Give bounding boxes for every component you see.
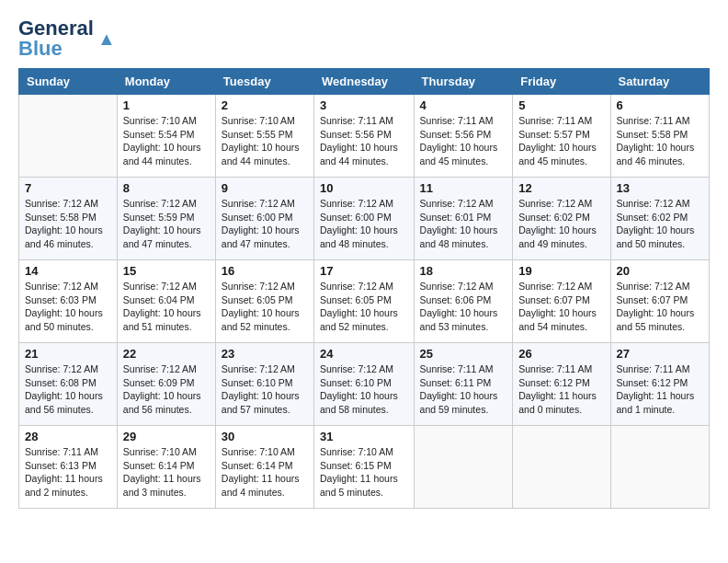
day-info: Sunrise: 7:12 AM Sunset: 5:59 PM Dayligh… bbox=[123, 197, 210, 251]
day-info: Sunrise: 7:12 AM Sunset: 6:02 PM Dayligh… bbox=[518, 197, 604, 251]
day-info: Sunrise: 7:11 AM Sunset: 5:56 PM Dayligh… bbox=[420, 114, 507, 168]
day-info: Sunrise: 7:12 AM Sunset: 6:04 PM Dayligh… bbox=[123, 280, 210, 334]
calendar-header-row: SundayMondayTuesdayWednesdayThursdayFrid… bbox=[19, 69, 710, 95]
day-info: Sunrise: 7:10 AM Sunset: 6:15 PM Dayligh… bbox=[320, 445, 408, 500]
day-number: 8 bbox=[123, 181, 210, 195]
day-info: Sunrise: 7:12 AM Sunset: 6:03 PM Dayligh… bbox=[25, 280, 111, 334]
calendar-cell: 16Sunrise: 7:12 AM Sunset: 6:05 PM Dayli… bbox=[215, 260, 313, 343]
page-header: GeneralBlue ▲ bbox=[18, 18, 710, 59]
calendar-table: SundayMondayTuesdayWednesdayThursdayFrid… bbox=[18, 68, 710, 509]
day-info: Sunrise: 7:12 AM Sunset: 6:07 PM Dayligh… bbox=[617, 280, 703, 334]
day-info: Sunrise: 7:12 AM Sunset: 6:09 PM Dayligh… bbox=[123, 362, 210, 417]
day-number: 19 bbox=[518, 264, 604, 278]
day-info: Sunrise: 7:10 AM Sunset: 6:14 PM Dayligh… bbox=[123, 445, 210, 500]
calendar-cell: 28Sunrise: 7:11 AM Sunset: 6:13 PM Dayli… bbox=[19, 426, 118, 509]
calendar-cell: 23Sunrise: 7:12 AM Sunset: 6:10 PM Dayli… bbox=[215, 343, 313, 426]
day-number: 28 bbox=[25, 430, 111, 443]
calendar-cell: 17Sunrise: 7:12 AM Sunset: 6:05 PM Dayli… bbox=[314, 260, 415, 343]
day-number: 15 bbox=[123, 264, 210, 278]
day-number: 7 bbox=[25, 181, 111, 195]
day-info: Sunrise: 7:11 AM Sunset: 6:12 PM Dayligh… bbox=[518, 362, 604, 417]
day-info: Sunrise: 7:11 AM Sunset: 6:11 PM Dayligh… bbox=[420, 362, 507, 417]
day-info: Sunrise: 7:11 AM Sunset: 6:12 PM Dayligh… bbox=[617, 362, 703, 417]
day-info: Sunrise: 7:11 AM Sunset: 5:56 PM Dayligh… bbox=[320, 114, 408, 168]
calendar-cell: 19Sunrise: 7:12 AM Sunset: 6:07 PM Dayli… bbox=[513, 260, 610, 343]
day-info: Sunrise: 7:12 AM Sunset: 6:00 PM Dayligh… bbox=[320, 197, 408, 251]
day-number: 18 bbox=[420, 264, 507, 278]
calendar-cell: 1Sunrise: 7:10 AM Sunset: 5:54 PM Daylig… bbox=[117, 95, 215, 178]
logo-text: GeneralBlue bbox=[18, 18, 94, 59]
calendar-cell: 14Sunrise: 7:12 AM Sunset: 6:03 PM Dayli… bbox=[19, 260, 118, 343]
calendar-week-row: 1Sunrise: 7:10 AM Sunset: 5:54 PM Daylig… bbox=[19, 95, 710, 178]
calendar-cell: 27Sunrise: 7:11 AM Sunset: 6:12 PM Dayli… bbox=[610, 343, 709, 426]
calendar-cell: 24Sunrise: 7:12 AM Sunset: 6:10 PM Dayli… bbox=[314, 343, 415, 426]
day-info: Sunrise: 7:12 AM Sunset: 6:10 PM Dayligh… bbox=[222, 362, 308, 417]
day-info: Sunrise: 7:11 AM Sunset: 5:58 PM Dayligh… bbox=[617, 114, 703, 168]
day-number: 10 bbox=[320, 181, 408, 195]
calendar-cell bbox=[19, 95, 118, 178]
day-info: Sunrise: 7:12 AM Sunset: 6:08 PM Dayligh… bbox=[25, 362, 111, 417]
calendar-cell bbox=[610, 426, 709, 509]
day-number: 1 bbox=[123, 98, 210, 112]
logo: GeneralBlue ▲ bbox=[18, 18, 116, 59]
day-info: Sunrise: 7:12 AM Sunset: 6:10 PM Dayligh… bbox=[320, 362, 408, 417]
calendar-cell: 2Sunrise: 7:10 AM Sunset: 5:55 PM Daylig… bbox=[215, 95, 313, 178]
calendar-cell: 30Sunrise: 7:10 AM Sunset: 6:14 PM Dayli… bbox=[215, 426, 313, 509]
calendar-cell: 21Sunrise: 7:12 AM Sunset: 6:08 PM Dayli… bbox=[19, 343, 118, 426]
calendar-cell: 4Sunrise: 7:11 AM Sunset: 5:56 PM Daylig… bbox=[414, 95, 513, 178]
day-info: Sunrise: 7:10 AM Sunset: 6:14 PM Dayligh… bbox=[222, 445, 308, 500]
day-info: Sunrise: 7:12 AM Sunset: 6:05 PM Dayligh… bbox=[222, 280, 308, 334]
day-number: 6 bbox=[617, 98, 703, 112]
day-number: 27 bbox=[617, 347, 703, 361]
calendar-cell: 25Sunrise: 7:11 AM Sunset: 6:11 PM Dayli… bbox=[414, 343, 513, 426]
day-header-monday: Monday bbox=[117, 69, 215, 95]
calendar-week-row: 7Sunrise: 7:12 AM Sunset: 5:58 PM Daylig… bbox=[19, 178, 710, 260]
day-info: Sunrise: 7:12 AM Sunset: 6:00 PM Dayligh… bbox=[222, 197, 308, 251]
calendar-cell: 10Sunrise: 7:12 AM Sunset: 6:00 PM Dayli… bbox=[314, 178, 415, 260]
calendar-cell: 20Sunrise: 7:12 AM Sunset: 6:07 PM Dayli… bbox=[610, 260, 709, 343]
calendar-cell bbox=[513, 426, 610, 509]
day-number: 14 bbox=[25, 264, 111, 278]
day-header-sunday: Sunday bbox=[19, 69, 118, 95]
day-number: 16 bbox=[222, 264, 308, 278]
day-number: 29 bbox=[123, 430, 210, 443]
day-info: Sunrise: 7:12 AM Sunset: 6:02 PM Dayligh… bbox=[617, 197, 703, 251]
calendar-cell: 5Sunrise: 7:11 AM Sunset: 5:57 PM Daylig… bbox=[513, 95, 610, 178]
bird-icon: ▲ bbox=[97, 29, 116, 50]
calendar-cell: 29Sunrise: 7:10 AM Sunset: 6:14 PM Dayli… bbox=[117, 426, 215, 509]
day-number: 23 bbox=[222, 347, 308, 361]
day-info: Sunrise: 7:10 AM Sunset: 5:54 PM Dayligh… bbox=[123, 114, 210, 168]
day-number: 5 bbox=[518, 98, 604, 112]
day-number: 21 bbox=[25, 347, 111, 361]
day-info: Sunrise: 7:12 AM Sunset: 6:01 PM Dayligh… bbox=[420, 197, 507, 251]
day-number: 12 bbox=[518, 181, 604, 195]
calendar-cell bbox=[414, 426, 513, 509]
day-number: 22 bbox=[123, 347, 210, 361]
calendar-week-row: 28Sunrise: 7:11 AM Sunset: 6:13 PM Dayli… bbox=[19, 426, 710, 509]
day-number: 24 bbox=[320, 347, 408, 361]
calendar-cell: 11Sunrise: 7:12 AM Sunset: 6:01 PM Dayli… bbox=[414, 178, 513, 260]
day-number: 17 bbox=[320, 264, 408, 278]
calendar-cell: 12Sunrise: 7:12 AM Sunset: 6:02 PM Dayli… bbox=[513, 178, 610, 260]
day-number: 26 bbox=[518, 347, 604, 361]
calendar-cell: 18Sunrise: 7:12 AM Sunset: 6:06 PM Dayli… bbox=[414, 260, 513, 343]
day-header-friday: Friday bbox=[513, 69, 610, 95]
day-number: 31 bbox=[320, 430, 408, 443]
calendar-cell: 7Sunrise: 7:12 AM Sunset: 5:58 PM Daylig… bbox=[19, 178, 118, 260]
day-header-saturday: Saturday bbox=[610, 69, 709, 95]
day-info: Sunrise: 7:12 AM Sunset: 6:07 PM Dayligh… bbox=[518, 280, 604, 334]
day-number: 25 bbox=[420, 347, 507, 361]
calendar-cell: 6Sunrise: 7:11 AM Sunset: 5:58 PM Daylig… bbox=[610, 95, 709, 178]
day-number: 3 bbox=[320, 98, 408, 112]
calendar-cell: 22Sunrise: 7:12 AM Sunset: 6:09 PM Dayli… bbox=[117, 343, 215, 426]
day-info: Sunrise: 7:10 AM Sunset: 5:55 PM Dayligh… bbox=[222, 114, 308, 168]
calendar-cell: 9Sunrise: 7:12 AM Sunset: 6:00 PM Daylig… bbox=[215, 178, 313, 260]
calendar-week-row: 14Sunrise: 7:12 AM Sunset: 6:03 PM Dayli… bbox=[19, 260, 710, 343]
day-number: 9 bbox=[222, 181, 308, 195]
day-info: Sunrise: 7:12 AM Sunset: 5:58 PM Dayligh… bbox=[25, 197, 111, 251]
calendar-week-row: 21Sunrise: 7:12 AM Sunset: 6:08 PM Dayli… bbox=[19, 343, 710, 426]
day-number: 4 bbox=[420, 98, 507, 112]
day-number: 30 bbox=[222, 430, 308, 443]
day-info: Sunrise: 7:11 AM Sunset: 6:13 PM Dayligh… bbox=[25, 445, 111, 500]
day-number: 13 bbox=[617, 181, 703, 195]
